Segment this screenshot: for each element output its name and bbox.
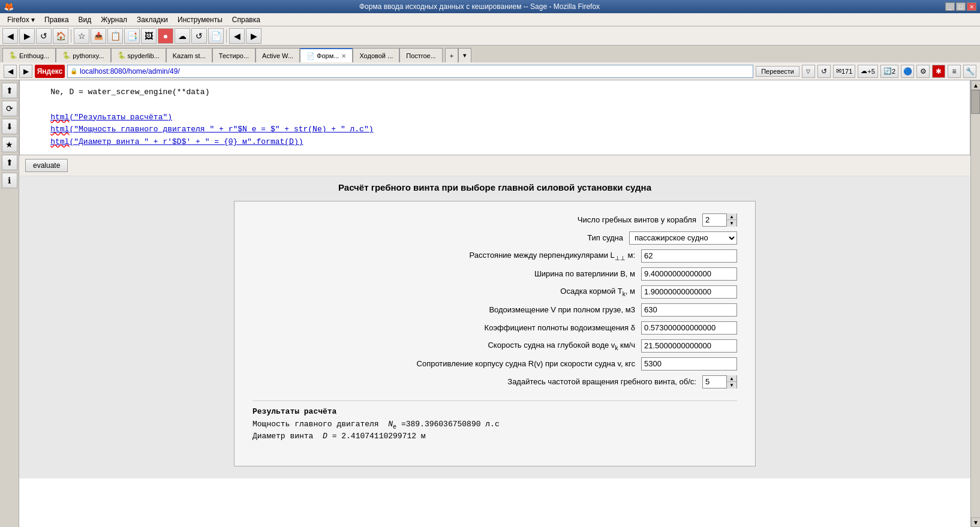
input-length[interactable] (641, 249, 737, 263)
cloud-address-btn[interactable]: ☁ +5 (858, 65, 878, 78)
screenshot-btn[interactable]: 🖼 (141, 28, 157, 44)
scrollbar-thumb[interactable] (971, 90, 980, 114)
extra-btn[interactable]: ≡ (948, 65, 961, 78)
tab-form[interactable]: 📄 Форм... ✕ (300, 48, 353, 62)
bookmark-btn[interactable]: 🔵 (901, 65, 914, 78)
input-speed[interactable] (641, 339, 737, 353)
page-content: Ne, D = water_screw_engine(**data) html(… (19, 80, 970, 527)
form-row-propellers: Число гребных винтов у корабля ▲ ▼ (252, 213, 737, 227)
scrollbar-track[interactable] (971, 90, 980, 517)
spinner-down-propellers[interactable]: ▼ (727, 220, 736, 227)
sync-btn[interactable]: 🔄 2 (880, 65, 898, 78)
results-title-text: Результаты расчёта (252, 407, 336, 416)
reload-btn[interactable]: ↺ (36, 28, 52, 44)
label-speed: Скорость судна на глубокой воде vk км/ч (252, 341, 641, 351)
record-btn[interactable]: ● (158, 28, 173, 44)
url-text[interactable]: localhost:8080/home/admin/49/ (80, 67, 180, 76)
tab-label: pythonxy... (73, 52, 104, 59)
scrollbar-down-btn[interactable]: ▼ (971, 517, 980, 527)
close-btn[interactable]: ✕ (967, 2, 976, 11)
download-btn[interactable]: 📥 (91, 28, 106, 44)
menu-firefox[interactable]: Firefox ▾ (2, 14, 40, 25)
input-resistance[interactable] (641, 357, 737, 371)
mail-btn[interactable]: ✉ 171 (833, 65, 855, 78)
tab-close-btn[interactable]: ✕ (341, 53, 346, 59)
tab-list-btn[interactable]: ▾ (458, 48, 471, 62)
back-btn[interactable]: ◀ (2, 28, 18, 44)
menu-view[interactable]: Вид (74, 14, 97, 25)
window-controls[interactable]: _ □ ✕ (945, 2, 976, 11)
reload-address-btn[interactable]: ↺ (817, 65, 831, 78)
sidebar-clock-btn[interactable]: ⟳ (2, 101, 17, 116)
back-address-btn[interactable]: ◀ (4, 65, 17, 78)
tab-kazam[interactable]: Kazam st... (166, 48, 212, 62)
browser-tabs: 🐍 Enthoug... 🐍 pythonxy... 🐍 spyderlib..… (0, 46, 980, 62)
spinner-up-propellers[interactable]: ▲ (727, 213, 736, 221)
addon-btn[interactable]: ✱ (932, 65, 945, 78)
results-line-1: Мощность главного двигателя Ne =389.3960… (252, 420, 737, 430)
scrollbar-up-btn[interactable]: ▲ (971, 80, 980, 90)
maximize-btn[interactable]: □ (956, 2, 966, 11)
menu-history[interactable]: Журнал (96, 14, 132, 25)
sidebar-down-btn[interactable]: ⬇ (2, 119, 17, 134)
spinner-up-rotation[interactable]: ▲ (727, 375, 736, 383)
menu-help[interactable]: Справка (227, 14, 265, 25)
html-link-2[interactable]: html("Мощность главного двигателя " + r"… (50, 125, 373, 134)
form-container: Число гребных винтов у корабля ▲ ▼ Ти (234, 201, 756, 466)
input-draft[interactable] (641, 285, 737, 299)
menu-tools[interactable]: Инструменты (173, 14, 227, 25)
input-propellers[interactable] (703, 214, 727, 226)
tab-testing[interactable]: Тестиро... (212, 48, 255, 62)
home-btn[interactable]: 🏠 (53, 28, 68, 44)
forward-address-btn[interactable]: ▶ (19, 65, 32, 78)
sidebar-star-btn[interactable]: ★ (2, 137, 17, 152)
tab-enthoug[interactable]: 🐍 Enthoug... (2, 48, 56, 62)
new-tab-btn[interactable]: + (445, 48, 458, 62)
evaluate-button[interactable]: evaluate (25, 159, 68, 172)
paste-btn[interactable]: 📑 (124, 28, 140, 44)
menu-bookmarks[interactable]: Закладки (132, 14, 173, 25)
spinner-down-rotation[interactable]: ▼ (727, 382, 736, 389)
menubar: Firefox ▾ Правка Вид Журнал Закладки Инс… (0, 13, 980, 26)
html-link-3[interactable]: html("Диаметр винта " + r'$D$' + " = {0}… (50, 137, 303, 146)
input-fullness[interactable] (641, 321, 737, 335)
tools-btn[interactable]: 🔧 (963, 65, 976, 78)
tab-spyderlib[interactable]: 🐍 spyderlib... (111, 48, 166, 62)
select-ship-type[interactable]: пассажирское судно грузовое судно танкер (629, 231, 737, 245)
address-box[interactable]: 🔒 localhost:8080/home/admin/49/ (67, 65, 753, 78)
minimize-btn[interactable]: _ (945, 2, 955, 11)
tab-icon: 🐍 (9, 52, 17, 59)
lock-icon: 🔒 (70, 68, 77, 74)
form-row-ship-type: Тип судна пассажирское судно грузовое су… (252, 231, 737, 245)
code-line-3: html("Результаты расчёта") (32, 112, 958, 124)
page-btn[interactable]: 📄 (208, 28, 224, 44)
forward-btn[interactable]: ▶ (19, 28, 35, 44)
input-displacement[interactable] (641, 303, 737, 317)
code-line-4: html("Мощность главного двигателя " + r"… (32, 124, 958, 136)
input-rotation[interactable] (703, 376, 727, 388)
bookmark-star[interactable]: ☆ (74, 28, 89, 44)
stop-btn[interactable]: ▽ (802, 65, 815, 78)
input-width[interactable] (641, 267, 737, 281)
tab-khodovoy[interactable]: Ходовой ... (353, 48, 399, 62)
yandex-logo[interactable]: Яндекс (35, 65, 65, 78)
tab-pythonxy[interactable]: 🐍 pythonxy... (56, 48, 110, 62)
sidebar-share-btn[interactable]: ⬆ (2, 155, 17, 170)
prev-page-btn[interactable]: ◀ (229, 28, 245, 44)
translate-btn[interactable]: Перевести (756, 66, 799, 77)
cloud-btn[interactable]: ☁ (175, 28, 190, 44)
scrollbar: ▲ ▼ (970, 80, 980, 527)
menu-edit[interactable]: Правка (40, 14, 74, 25)
copy-btn[interactable]: 📋 (107, 28, 123, 44)
refresh-btn[interactable]: ↺ (191, 28, 207, 44)
label-draft: Осадка кормой Tk, м (252, 287, 641, 297)
html-link-1[interactable]: html("Результаты расчёта") (50, 113, 172, 122)
sidebar-info-btn[interactable]: ℹ (2, 173, 17, 188)
next-page-btn[interactable]: ▶ (246, 28, 261, 44)
settings-btn[interactable]: ⚙ (916, 65, 930, 78)
results-area: Результаты расчёта Мощность главного дви… (252, 400, 737, 448)
tab-postroe[interactable]: Постroe... (399, 48, 443, 62)
tab-active-w[interactable]: Active W... (255, 48, 300, 62)
sidebar-up-btn[interactable]: ⬆ (2, 83, 17, 98)
tab-label: Enthoug... (19, 52, 49, 59)
